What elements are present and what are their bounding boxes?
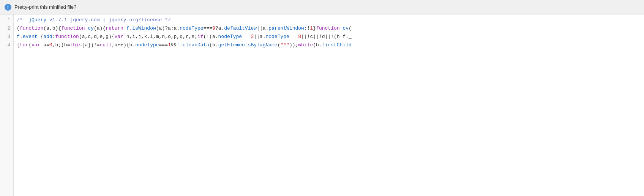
line-number-4: 4 [0,41,13,49]
line-number-1: 1 [0,16,13,24]
pretty-print-text: Pretty-print this minified file? [14,4,76,10]
line1-rest: v1.7.1 jquery.com | jquery.org/license *… [46,17,171,23]
code-line-2: (function(a,b){function cy(a){return f.i… [17,24,644,33]
code-editor: 1 2 3 4 /*! jQuery v1.7.1 jquery.com | j… [0,14,644,196]
code-content: /*! jQuery v1.7.1 jquery.com | jquery.or… [14,14,644,196]
pretty-print-bar: i Pretty-print this minified file? [0,0,644,14]
line-number-2: 2 [0,24,13,33]
line2-function2: function [61,25,85,31]
line1-comment: /*! [17,17,28,23]
code-line-4: {for(var a=0,b;(b=this[a])!=null;a++){b.… [17,41,644,49]
line-numbers: 1 2 3 4 [0,14,14,196]
line-number-3: 3 [0,33,13,41]
info-icon: i [5,4,11,11]
line2-function1: function [20,25,43,31]
code-line-3: f.event={add:function(a,c,d,e,g){var h,i… [17,33,644,41]
code-line-1: /*! jQuery v1.7.1 jquery.com | jquery.or… [17,16,644,24]
line1-jquery: jQuery [28,17,46,23]
